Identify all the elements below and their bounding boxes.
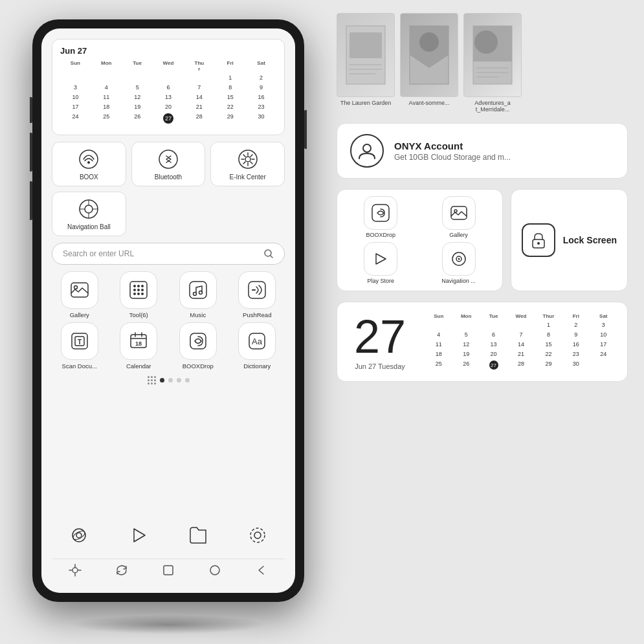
dock-settings[interactable] — [230, 518, 285, 552]
qs-bluetooth[interactable]: Bluetooth — [131, 142, 206, 186]
rcal-cell: 1 — [535, 320, 562, 329]
rh-tue: Tue — [480, 313, 507, 320]
book-item-1[interactable]: The Lauren Garden — [337, 13, 395, 113]
app-music[interactable]: Music — [170, 271, 226, 318]
rcal-cell — [480, 320, 507, 329]
indicator-dot-2[interactable] — [168, 378, 173, 383]
svg-point-68 — [419, 32, 439, 52]
svg-point-31 — [137, 293, 140, 295]
qa-booxdrop[interactable]: BOOXDrop — [344, 196, 417, 238]
cal-cell: 27 — [153, 112, 184, 125]
svg-line-20 — [271, 256, 272, 258]
page-indicators — [52, 376, 285, 384]
cal-cell: 18 — [91, 102, 122, 111]
right-panel: The Lauren Garden Avant-somme... — [330, 0, 641, 644]
qa-apps-grid: BOOXDrop Gallery — [337, 189, 503, 291]
app-dictionary-label: Dictionary — [243, 362, 271, 370]
cal-cell: 19 — [122, 102, 153, 111]
rcal-cell: 29 — [535, 359, 562, 371]
indicator-dot-3[interactable] — [177, 378, 181, 383]
phone-screen: Jun 27 Sun Mon Tue Wed Thur Fri Sat — [41, 28, 295, 593]
rcal-cell: 19 — [452, 350, 479, 359]
cal-cell: 4 — [91, 83, 122, 92]
book-cover-3 — [463, 13, 522, 97]
onyx-account-card[interactable]: ONYX Account Get 10GB Cloud Storage and … — [337, 123, 628, 179]
rh-mon: Mon — [452, 313, 479, 320]
qa-navigation[interactable]: Navigation ... — [421, 242, 495, 284]
quick-actions-row: BOOXDrop Gallery — [337, 189, 628, 291]
rcal-cell: 24 — [590, 350, 617, 359]
svg-point-27 — [133, 289, 136, 291]
qa-playstore[interactable]: Play Store — [344, 242, 417, 284]
booxdrop-icon-box — [179, 322, 217, 360]
cal-cell: 20 — [153, 102, 184, 111]
rh-sat: Sat — [590, 313, 617, 320]
onyx-text: ONYX Account Get 10GB Cloud Storage and … — [394, 140, 511, 162]
svg-rect-33 — [190, 282, 206, 298]
svg-point-53 — [250, 528, 265, 542]
cal-cell: 6 — [153, 83, 184, 92]
calendar-icon-box: 18 — [120, 322, 157, 360]
nav-back[interactable] — [254, 563, 269, 577]
nav-eink[interactable] — [68, 563, 82, 577]
qs-boox-label: BOOX — [80, 173, 98, 181]
qa-booxdrop-icon — [364, 196, 397, 230]
cal-cell: 7 — [184, 83, 214, 92]
search-bar[interactable]: Search or enter URL — [52, 243, 285, 265]
cal-cell — [91, 73, 122, 82]
book-item-3[interactable]: Adventures_a t_Merridale... — [463, 13, 522, 113]
app-dictionary[interactable]: Aa Dictionary — [230, 322, 285, 370]
onyx-avatar — [350, 134, 384, 168]
qs-boox[interactable]: BOOX — [52, 142, 126, 186]
quick-settings: BOOX Bluetooth — [52, 142, 285, 236]
app-music-label: Music — [190, 311, 206, 318]
svg-text:T: T — [78, 339, 82, 346]
rcal-cell: 26 — [452, 359, 479, 371]
phone-shadow — [71, 615, 265, 634]
books-shelf: The Lauren Garden Avant-somme... — [337, 13, 628, 113]
cal-cell: 25 — [91, 112, 122, 125]
rcal-cell: 30 — [562, 359, 589, 371]
svg-point-81 — [458, 258, 460, 260]
app-booxdrop[interactable]: BOOXDrop — [170, 322, 226, 370]
qa-playstore-icon — [364, 242, 397, 276]
nav-rotate[interactable] — [115, 563, 129, 577]
app-grid: Gallery — [52, 271, 285, 370]
rh-sun: Sun — [425, 313, 452, 320]
qs-eink[interactable]: E-Ink Center — [210, 142, 285, 186]
dock-store[interactable] — [52, 518, 106, 552]
rcal-cell: 10 — [590, 330, 617, 339]
nav-circle[interactable] — [208, 563, 222, 577]
app-calendar[interactable]: 18 Calendar — [111, 322, 167, 370]
lock-screen-card[interactable]: Lock Screen — [511, 189, 628, 291]
rcal-cell: 9 — [562, 330, 589, 339]
book-item-2[interactable]: Avant-somme... — [400, 13, 458, 113]
app-tool[interactable]: Tool(6) — [111, 271, 167, 318]
cal-cell: 14 — [184, 93, 214, 102]
power-button — [304, 110, 307, 149]
cal-cell — [60, 126, 91, 128]
cal-header-tue: Tue — [122, 60, 153, 72]
rcal-cell: 4 — [425, 330, 452, 339]
qa-gallery[interactable]: Gallery — [421, 196, 495, 238]
app-pushread[interactable]: PushRead — [230, 271, 285, 318]
cal-cell: 23 — [246, 102, 276, 111]
svg-line-12 — [243, 162, 245, 164]
app-gallery[interactable]: Gallery — [52, 271, 107, 318]
qs-navball[interactable]: Navigation Ball — [52, 192, 126, 236]
rcal-cell: 11 — [425, 340, 452, 349]
indicator-dot-4[interactable] — [185, 378, 190, 383]
calendar-month: Jun 27 — [60, 46, 276, 56]
app-scan[interactable]: T Scan Docu... — [52, 322, 107, 370]
dock-play[interactable] — [111, 518, 166, 552]
dock-files[interactable] — [171, 518, 225, 552]
gallery-icon-box — [61, 271, 98, 309]
calendar-grid: Sun Mon Tue Wed Thur Fri Sat 1 — [60, 60, 276, 128]
rcal-cell: 22 — [535, 350, 562, 359]
cal-header-thu: Thur — [184, 60, 214, 72]
indicator-dot-1[interactable] — [160, 378, 164, 383]
nav-home[interactable] — [161, 563, 175, 577]
app-gallery-label: Gallery — [70, 311, 89, 318]
rcal-cell: 20 — [480, 350, 507, 359]
qa-gallery-icon — [442, 196, 476, 230]
